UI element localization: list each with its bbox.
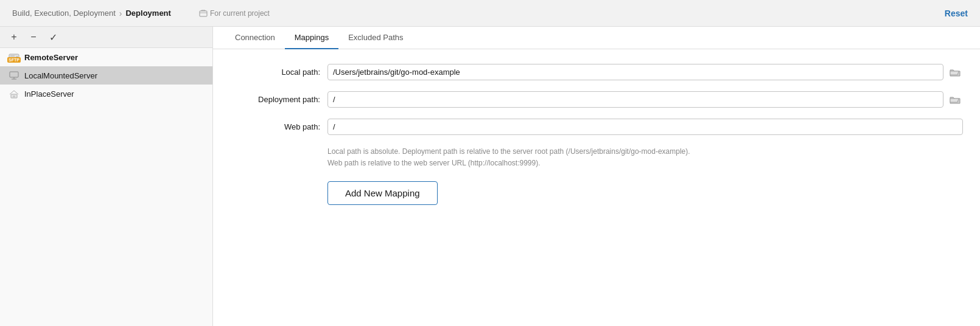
- folder-open-icon-2: [950, 95, 961, 105]
- deployment-path-input-wrap: [327, 91, 963, 108]
- for-project-label: For current project: [199, 9, 270, 18]
- top-bar: Build, Execution, Deployment › Deploymen…: [0, 0, 980, 27]
- hint-text: Local path is absolute. Deployment path …: [230, 146, 963, 169]
- tab-mappings[interactable]: Mappings: [285, 27, 338, 49]
- house-icon: [9, 89, 19, 99]
- web-path-input-wrap: [327, 119, 963, 135]
- inplace-server-label: InPlaceServer: [24, 89, 74, 99]
- folder-open-icon: [950, 68, 961, 77]
- mappings-content: Local path: Deployment path:: [213, 49, 980, 326]
- add-server-button[interactable]: +: [7, 30, 21, 44]
- deployment-path-row: Deployment path:: [230, 91, 963, 108]
- local-path-browse-button[interactable]: [947, 66, 963, 78]
- svg-rect-6: [10, 72, 18, 77]
- content-panel: Connection Mappings Excluded Paths Local…: [213, 27, 980, 326]
- monitor-icon: [9, 71, 19, 80]
- svg-rect-10: [13, 95, 15, 98]
- sftp-server-icon: SFTP: [9, 52, 19, 63]
- project-icon: [199, 9, 208, 18]
- deployment-path-label: Deployment path:: [230, 95, 327, 104]
- sftp-badge: SFTP: [7, 57, 21, 63]
- add-new-mapping-button[interactable]: Add New Mapping: [327, 181, 438, 205]
- svg-rect-0: [200, 11, 207, 16]
- sidebar-items: SFTP RemoteServer LocalMountedServer: [0, 48, 212, 326]
- deployment-path-browse-button[interactable]: [947, 94, 963, 106]
- sidebar: + − ✓ SFTP Remote: [0, 27, 213, 326]
- tabs: Connection Mappings Excluded Paths: [213, 27, 980, 49]
- sidebar-toolbar: + − ✓: [0, 27, 212, 48]
- inplace-server-icon: [9, 88, 19, 99]
- breadcrumb: Build, Execution, Deployment › Deploymen…: [12, 9, 270, 18]
- local-path-input-wrap: [327, 64, 963, 80]
- main-layout: + − ✓ SFTP Remote: [0, 27, 980, 326]
- reset-button[interactable]: Reset: [945, 9, 968, 18]
- remove-server-button[interactable]: −: [27, 30, 40, 44]
- tab-excluded-paths[interactable]: Excluded Paths: [338, 27, 413, 49]
- remote-server-label: RemoteServer: [24, 53, 78, 62]
- breadcrumb-parent: Build, Execution, Deployment: [12, 9, 116, 18]
- sidebar-item-remote-server[interactable]: SFTP RemoteServer: [0, 48, 212, 66]
- web-path-input[interactable]: [327, 119, 963, 135]
- confirm-button[interactable]: ✓: [46, 30, 60, 44]
- local-path-row: Local path:: [230, 64, 963, 80]
- deployment-path-input[interactable]: [327, 91, 943, 108]
- web-path-row: Web path:: [230, 119, 963, 135]
- web-path-label: Web path:: [230, 122, 327, 131]
- local-mounted-label: LocalMountedServer: [24, 71, 97, 80]
- sidebar-item-local-mounted[interactable]: LocalMountedServer: [0, 66, 212, 85]
- breadcrumb-current: Deployment: [125, 9, 170, 18]
- mounted-server-icon: [9, 70, 19, 81]
- sidebar-item-inplace-server[interactable]: InPlaceServer: [0, 85, 212, 103]
- tab-connection[interactable]: Connection: [225, 27, 285, 49]
- local-path-input[interactable]: [327, 64, 943, 80]
- breadcrumb-separator: ›: [119, 9, 122, 18]
- local-path-label: Local path:: [230, 68, 327, 77]
